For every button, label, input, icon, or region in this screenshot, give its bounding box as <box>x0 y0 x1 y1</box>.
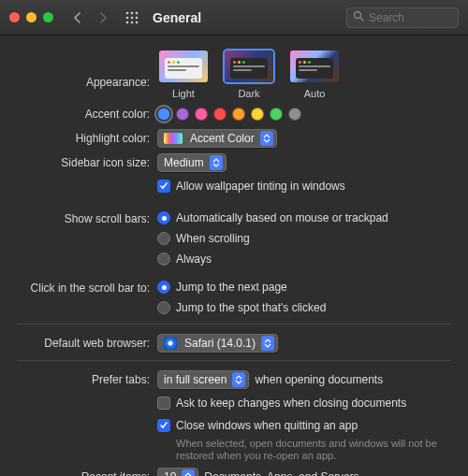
checkbox-icon[interactable] <box>157 180 170 193</box>
zoom-icon[interactable] <box>43 12 53 22</box>
appearance-label: Appearance: <box>17 49 157 92</box>
divider <box>17 324 451 325</box>
accent-swatch[interactable] <box>213 108 227 121</box>
forward-button[interactable] <box>93 8 113 27</box>
checkbox-icon[interactable] <box>157 419 170 432</box>
close-windows-option[interactable]: Close windows when quitting an app <box>157 417 451 434</box>
radio-icon[interactable] <box>157 301 170 314</box>
click-scrollbar-spot-label: Jump to the spot that's clicked <box>176 299 326 316</box>
accent-swatch[interactable] <box>270 108 283 121</box>
svg-point-1 <box>131 11 134 14</box>
svg-point-6 <box>126 21 129 23</box>
window-controls <box>9 12 53 22</box>
click-scrollbar-spot[interactable]: Jump to the spot that's clicked <box>157 299 451 316</box>
accent-swatch[interactable] <box>288 108 301 121</box>
click-scrollbar-label: Click in the scroll bar to: <box>17 279 157 297</box>
svg-point-0 <box>126 11 129 14</box>
preferences-content: Appearance: Light Dark Auto Accent color… <box>0 36 468 476</box>
chevron-updown-icon <box>210 155 223 170</box>
scrollbars-always[interactable]: Always <box>157 251 451 267</box>
minimize-icon[interactable] <box>26 12 37 22</box>
svg-point-7 <box>131 21 134 23</box>
scrollbars-label: Show scroll bars: <box>17 209 157 228</box>
search-field[interactable] <box>346 7 459 28</box>
titlebar: General <box>0 0 468 36</box>
scrollbars-always-label: Always <box>176 251 212 267</box>
wallpaper-tint-option[interactable]: Allow wallpaper tinting in windows <box>157 178 451 195</box>
svg-point-8 <box>136 21 139 23</box>
tabs-suffix: when opening documents <box>255 373 383 386</box>
svg-point-4 <box>131 16 134 19</box>
accent-swatch[interactable] <box>251 108 264 121</box>
accent-swatches <box>157 108 451 121</box>
tabs-popup[interactable]: in full screen <box>157 370 249 389</box>
ask-changes-label: Ask to keep changes when closing documen… <box>176 395 406 411</box>
click-scrollbar-next-label: Jump to the next page <box>176 279 287 296</box>
safari-icon <box>164 337 177 350</box>
recent-suffix: Documents, Apps, and Servers <box>204 470 358 476</box>
highlight-value: Accent Color <box>190 132 255 145</box>
close-icon[interactable] <box>9 12 20 22</box>
click-scrollbar-next[interactable]: Jump to the next page <box>157 279 451 296</box>
show-all-icon[interactable] <box>123 8 141 27</box>
svg-point-9 <box>355 12 361 19</box>
ask-changes-option[interactable]: Ask to keep changes when closing documen… <box>157 395 451 411</box>
highlight-label: Highlight color: <box>17 129 157 148</box>
chevron-updown-icon <box>182 469 195 476</box>
scrollbars-auto-label: Automatically based on mouse or trackpad <box>176 209 388 226</box>
appearance-auto[interactable]: Auto <box>288 49 341 99</box>
checkbox-icon[interactable] <box>157 397 170 410</box>
highlight-swatch-icon <box>164 133 183 144</box>
appearance-options: Light Dark Auto <box>157 49 341 99</box>
chevron-updown-icon <box>261 336 274 351</box>
divider <box>17 360 451 361</box>
accent-swatch[interactable] <box>157 108 170 121</box>
browser-value: Safari (14.0.1) <box>184 337 256 350</box>
close-windows-sub: When selected, open documents and window… <box>157 438 451 462</box>
appearance-auto-label: Auto <box>304 88 326 99</box>
chevron-updown-icon <box>232 372 245 387</box>
tabs-label: Prefer tabs: <box>17 370 157 389</box>
svg-point-2 <box>136 11 139 14</box>
highlight-popup[interactable]: Accent Color <box>157 129 277 148</box>
radio-icon[interactable] <box>157 211 170 224</box>
accent-swatch[interactable] <box>176 108 189 121</box>
wallpaper-tint-label: Allow wallpaper tinting in windows <box>176 178 345 195</box>
appearance-light-label: Light <box>172 88 195 99</box>
sidebar-size-label: Sidebar icon size: <box>17 153 157 172</box>
recent-value: 10 <box>164 470 176 476</box>
browser-popup[interactable]: Safari (14.0.1) <box>157 334 278 353</box>
accent-swatch[interactable] <box>195 108 208 121</box>
recent-popup[interactable]: 10 <box>157 468 198 476</box>
svg-line-10 <box>360 18 363 21</box>
sidebar-size-value: Medium <box>164 156 204 169</box>
radio-icon[interactable] <box>157 281 170 294</box>
accent-swatch[interactable] <box>232 108 245 121</box>
search-icon <box>353 10 364 24</box>
recent-label: Recent items: <box>17 468 157 476</box>
search-input[interactable] <box>369 11 452 24</box>
chevron-updown-icon <box>260 131 273 146</box>
radio-icon[interactable] <box>157 252 170 266</box>
appearance-dark-label: Dark <box>238 88 259 99</box>
scrollbars-scrolling-label: When scrolling <box>176 230 250 247</box>
radio-icon[interactable] <box>157 232 170 245</box>
sidebar-size-popup[interactable]: Medium <box>157 153 227 172</box>
window-title: General <box>153 10 201 25</box>
appearance-dark[interactable]: Dark <box>223 49 275 99</box>
close-windows-label: Close windows when quitting an app <box>176 417 358 434</box>
back-button[interactable] <box>66 8 87 27</box>
scrollbars-auto[interactable]: Automatically based on mouse or trackpad <box>157 209 451 226</box>
appearance-light[interactable]: Light <box>157 49 210 99</box>
tabs-value: in full screen <box>164 373 227 386</box>
accent-label: Accent color: <box>17 105 157 123</box>
scrollbars-scrolling[interactable]: When scrolling <box>157 230 451 247</box>
svg-point-5 <box>136 16 139 19</box>
svg-point-3 <box>126 16 129 19</box>
browser-label: Default web browser: <box>17 334 157 353</box>
